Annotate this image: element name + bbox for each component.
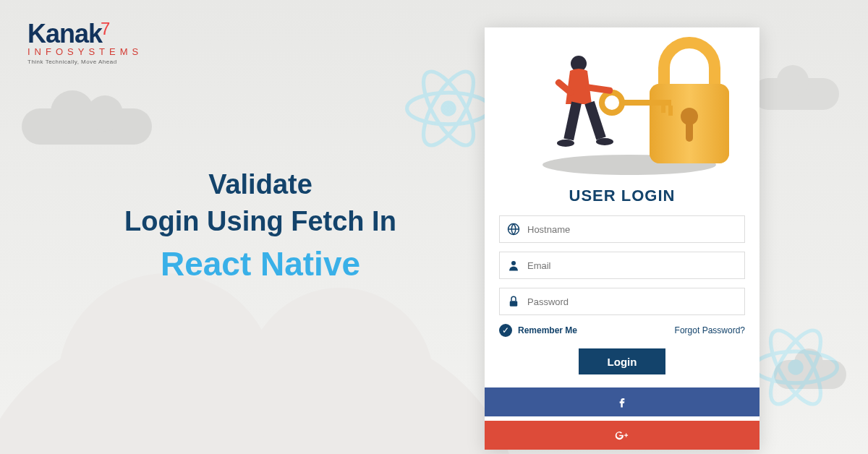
headline-line-1: Validate [65, 166, 456, 203]
hostname-input[interactable] [527, 224, 737, 235]
react-icon [752, 324, 839, 411]
svg-rect-26 [510, 301, 518, 307]
remember-me-label: Remember Me [518, 325, 577, 335]
facebook-icon [615, 395, 629, 409]
cloud-deco [752, 78, 839, 110]
card-title: USER LOGIN [485, 187, 760, 205]
svg-rect-14 [621, 100, 671, 106]
check-icon: ✓ [499, 324, 512, 337]
cloud-deco [0, 331, 521, 454]
forgot-password-link[interactable]: Forgot Password? [675, 325, 745, 335]
svg-rect-18 [563, 102, 582, 141]
email-input[interactable] [527, 260, 737, 271]
login-button[interactable]: Login [579, 348, 665, 374]
password-input[interactable] [527, 296, 737, 307]
globe-icon [507, 223, 520, 236]
brand-sub: INFOSYSTEMS [27, 46, 142, 57]
headline-accent: React Native [65, 241, 456, 287]
cloud-deco [22, 108, 152, 145]
hostname-field-wrap [499, 215, 745, 243]
facebook-login-button[interactable] [485, 387, 760, 416]
user-icon [507, 259, 520, 272]
email-field-wrap [499, 252, 745, 279]
google-plus-icon [615, 428, 629, 442]
google-login-button[interactable] [485, 421, 760, 450]
svg-rect-12 [686, 121, 693, 142]
svg-point-13 [602, 93, 622, 113]
brand-logo: Kanak7 INFOSYSTEMS Think Technically, Mo… [27, 19, 142, 65]
headline-block: Validate Login Using Fetch In React Nati… [65, 166, 456, 287]
svg-point-0 [441, 100, 456, 116]
react-icon [405, 65, 492, 152]
svg-rect-16 [668, 106, 673, 116]
lock-icon [507, 295, 520, 308]
password-field-wrap [499, 288, 745, 315]
headline-line-2: Login Using Fetch In [65, 203, 456, 240]
svg-point-22 [557, 140, 574, 147]
remember-me-toggle[interactable]: ✓ Remember Me [499, 324, 577, 337]
brand-tagline: Think Technically, Move Ahead [27, 59, 142, 65]
login-illustration [485, 33, 760, 178]
svg-point-25 [511, 261, 516, 265]
svg-point-4 [788, 359, 803, 374]
svg-rect-15 [661, 106, 665, 113]
svg-point-23 [596, 138, 613, 145]
brand-name: Kanak [27, 19, 102, 48]
login-card: USER LOGIN ✓ Remember Me Forgot Password… [485, 27, 760, 450]
